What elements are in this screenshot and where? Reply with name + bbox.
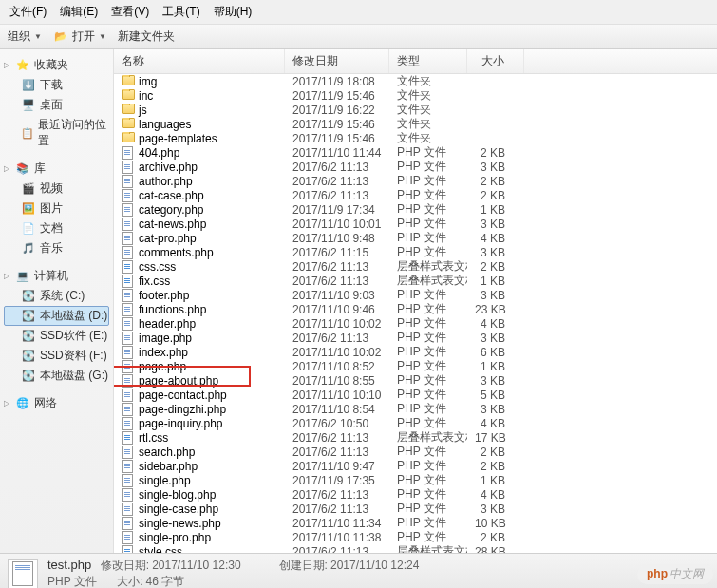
file-name: cat-news.php: [139, 218, 206, 231]
sidebar-item[interactable]: 💽SSD资料 (F:): [4, 346, 109, 366]
network-header[interactable]: ▷ 🌐 网络: [4, 393, 109, 413]
file-row[interactable]: archive.php 2017/6/2 11:13 PHP 文件 3 KB: [114, 160, 717, 174]
file-row[interactable]: comments.php 2017/6/2 11:15 PHP 文件 3 KB: [114, 245, 717, 259]
sidebar-item[interactable]: 💽本地磁盘 (D:): [4, 306, 109, 326]
desktop-icon: 🖥️: [21, 99, 36, 112]
file-row[interactable]: page-about.php 2017/11/10 8:55 PHP 文件 3 …: [114, 373, 717, 388]
file-row[interactable]: single-case.php 2017/6/2 11:13 PHP 文件 3 …: [114, 502, 717, 516]
sidebar-item[interactable]: ⬇️下载: [4, 75, 109, 95]
php-icon: [122, 460, 135, 473]
col-name[interactable]: 名称: [114, 49, 285, 73]
menu-tools[interactable]: 工具(T): [157, 2, 205, 22]
menu-edit[interactable]: 编辑(E): [54, 2, 104, 22]
file-name: index.php: [139, 346, 188, 359]
chevron-down-icon: ▼: [34, 32, 42, 41]
file-name: image.php: [139, 332, 192, 345]
file-list[interactable]: 名称 修改日期 类型 大小 img 2017/11/9 18:08 文件夹 in…: [114, 49, 717, 553]
file-row[interactable]: page-inquiry.php 2017/6/2 10:50 PHP 文件 4…: [114, 416, 717, 430]
file-size: 3 KB: [467, 332, 524, 345]
php-icon: [122, 303, 135, 316]
file-size: 1 KB: [467, 360, 524, 373]
file-row[interactable]: fix.css 2017/6/2 11:13 层叠样式表文档 1 KB: [114, 274, 717, 288]
sidebar-item[interactable]: 🎬视频: [4, 179, 109, 199]
file-row[interactable]: single-pro.php 2017/11/10 11:38 PHP 文件 2…: [114, 530, 717, 544]
file-row[interactable]: css.css 2017/6/2 11:13 层叠样式表文档 2 KB: [114, 259, 717, 274]
file-row[interactable]: page-dingzhi.php 2017/11/10 8:54 PHP 文件 …: [114, 402, 717, 416]
open-button[interactable]: 📂 打开▼: [53, 28, 106, 45]
file-date: 2017/6/2 11:13: [285, 545, 389, 554]
sidebar-item-label: 本地磁盘 (G:): [40, 368, 108, 384]
file-row[interactable]: header.php 2017/11/10 10:02 PHP 文件 4 KB: [114, 316, 717, 331]
file-row[interactable]: img 2017/11/9 18:08 文件夹: [114, 74, 717, 88]
favorites-header[interactable]: ▷ ⭐ 收藏夹: [4, 55, 109, 75]
sidebar: ▷ ⭐ 收藏夹 ⬇️下载🖥️桌面📋最近访问的位置 ▷ 📚 库 🎬视频🖼️图片📄文…: [0, 49, 114, 553]
sidebar-item-label: 系统 (C:): [40, 288, 85, 304]
folder-icon: [122, 104, 135, 117]
css-icon: [122, 545, 135, 554]
menu-help[interactable]: 帮助(H): [208, 2, 258, 22]
file-row[interactable]: 404.php 2017/11/10 11:44 PHP 文件 2 KB: [114, 145, 717, 160]
file-date: 2017/6/2 11:13: [285, 431, 389, 445]
file-row[interactable]: footer.php 2017/11/10 9:03 PHP 文件 3 KB: [114, 288, 717, 302]
file-row[interactable]: page-templates 2017/11/9 15:46 文件夹: [114, 131, 717, 145]
file-date: 2017/6/2 11:13: [285, 488, 389, 502]
php-icon: [122, 189, 135, 202]
drive-icon: 💽: [21, 330, 36, 343]
col-date[interactable]: 修改日期: [285, 49, 389, 73]
file-row[interactable]: index.php 2017/11/10 10:02 PHP 文件 6 KB: [114, 345, 717, 359]
menu-view[interactable]: 查看(V): [105, 2, 155, 22]
file-row[interactable]: single-blog.php 2017/6/2 11:13 PHP 文件 4 …: [114, 487, 717, 502]
menu-file[interactable]: 文件(F): [4, 2, 52, 22]
file-row[interactable]: search.php 2017/6/2 11:13 PHP 文件 2 KB: [114, 445, 717, 459]
file-row[interactable]: author.php 2017/6/2 11:13 PHP 文件 2 KB: [114, 174, 717, 188]
file-row[interactable]: functions.php 2017/11/10 9:46 PHP 文件 23 …: [114, 302, 717, 316]
file-row[interactable]: sidebar.php 2017/11/10 9:47 PHP 文件 2 KB: [114, 459, 717, 473]
libraries-group: ▷ 📚 库 🎬视频🖼️图片📄文档🎵音乐: [4, 159, 109, 258]
sidebar-item[interactable]: 📋最近访问的位置: [4, 115, 109, 151]
sidebar-item[interactable]: 🖼️图片: [4, 199, 109, 218]
php-icon: [122, 332, 135, 345]
file-row[interactable]: single.php 2017/11/9 17:35 PHP 文件 1 KB: [114, 473, 717, 487]
file-row[interactable]: inc 2017/11/9 15:46 文件夹: [114, 88, 717, 103]
organize-button[interactable]: 组织▼: [8, 28, 42, 45]
file-date: 2017/11/10 9:47: [285, 460, 389, 473]
php-icon: [122, 232, 135, 245]
caret-icon: ▷: [4, 164, 11, 173]
sidebar-item[interactable]: 🎵音乐: [4, 238, 109, 258]
network-group: ▷ 🌐 网络: [4, 393, 109, 413]
computer-header[interactable]: ▷ 💻 计算机: [4, 266, 109, 286]
favorites-group: ▷ ⭐ 收藏夹 ⬇️下载🖥️桌面📋最近访问的位置: [4, 55, 109, 151]
file-row[interactable]: js 2017/11/9 16:22 文件夹: [114, 103, 717, 117]
file-date: 2017/11/10 11:38: [285, 531, 389, 544]
file-size: 4 KB: [467, 317, 524, 331]
sidebar-item[interactable]: 💽系统 (C:): [4, 286, 109, 306]
file-row[interactable]: rtl.css 2017/6/2 11:13 层叠样式表文档 17 KB: [114, 430, 717, 445]
file-row[interactable]: cat-news.php 2017/11/10 10:01 PHP 文件 3 K…: [114, 217, 717, 231]
download-icon: ⬇️: [21, 79, 36, 92]
documents-icon: 📄: [21, 222, 36, 236]
sidebar-item[interactable]: 💽本地磁盘 (G:): [4, 366, 109, 386]
file-row[interactable]: languages 2017/11/9 15:46 文件夹: [114, 117, 717, 131]
file-row[interactable]: style.css 2017/6/2 11:13 层叠样式表文档 28 KB: [114, 544, 717, 553]
file-row[interactable]: image.php 2017/6/2 11:13 PHP 文件 3 KB: [114, 331, 717, 345]
caret-icon: ▷: [4, 272, 11, 280]
file-size: 4 KB: [467, 232, 524, 245]
file-row[interactable]: single-news.php 2017/11/10 11:34 PHP 文件 …: [114, 516, 717, 530]
new-folder-button[interactable]: 新建文件夹: [118, 28, 175, 45]
file-row[interactable]: category.php 2017/11/9 17:34 PHP 文件 1 KB: [114, 202, 717, 217]
file-row[interactable]: cat-pro.php 2017/11/10 9:48 PHP 文件 4 KB: [114, 231, 717, 245]
col-size[interactable]: 大小: [467, 49, 524, 73]
file-row[interactable]: cat-case.php 2017/6/2 11:13 PHP 文件 2 KB: [114, 188, 717, 202]
file-name: functions.php: [139, 303, 206, 316]
file-row[interactable]: page-contact.php 2017/11/10 10:10 PHP 文件…: [114, 388, 717, 402]
col-type[interactable]: 类型: [389, 49, 467, 73]
file-row[interactable]: page.php 2017/11/10 8:52 PHP 文件 1 KB: [114, 359, 717, 373]
file-name: js: [139, 104, 147, 117]
sidebar-item[interactable]: 💽SSD软件 (E:): [4, 326, 109, 346]
file-name: sidebar.php: [139, 460, 198, 473]
libraries-header[interactable]: ▷ 📚 库: [4, 159, 109, 179]
sidebar-item[interactable]: 📄文档: [4, 218, 109, 238]
sidebar-item[interactable]: 🖥️桌面: [4, 95, 109, 115]
php-icon: [122, 446, 135, 459]
sidebar-item-label: SSD资料 (F:): [40, 348, 107, 364]
